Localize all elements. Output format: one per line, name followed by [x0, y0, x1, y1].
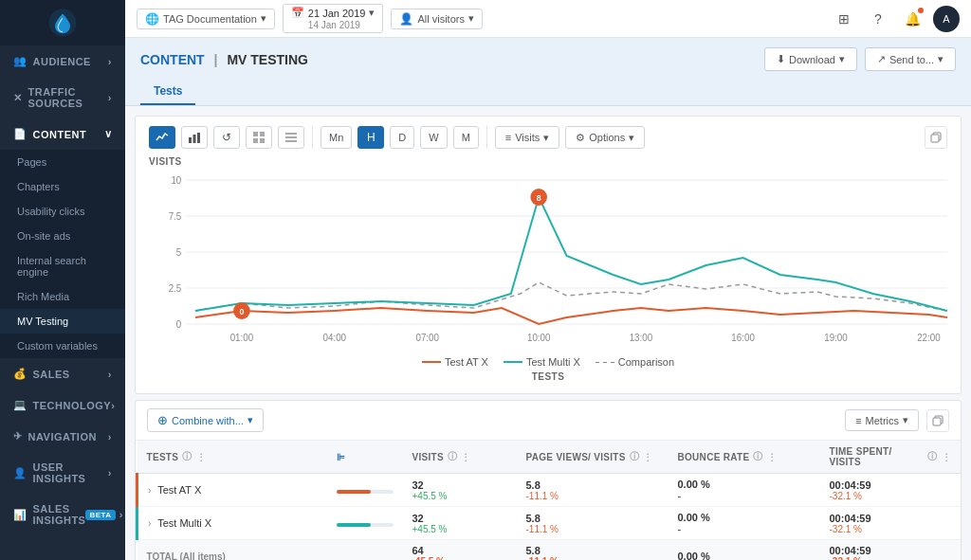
filter-icon[interactable]: ⊫ [337, 452, 345, 462]
sidebar-item-navigation[interactable]: ✈ NAVIGATION › [0, 421, 125, 452]
pageviews-info-icon[interactable]: ⓘ [630, 450, 639, 463]
sidebar-sub-chapters[interactable]: Chapters [0, 174, 125, 199]
svg-text:07:00: 07:00 [415, 333, 439, 343]
svg-rect-3 [197, 133, 200, 143]
combine-label: Combine with... [172, 415, 244, 426]
plus-circle-icon: ⊕ [157, 413, 168, 427]
download-button[interactable]: ⬇ Download ▾ [764, 47, 857, 71]
period-h-btn[interactable]: H [357, 126, 384, 149]
sidebar-item-user-insights[interactable]: 👤 USER INSIGHTS › [0, 452, 125, 494]
sidebar-item-sales-insights[interactable]: 📊 SALES INSIGHTS BETA › [0, 494, 125, 535]
refresh-btn[interactable]: ↺ [213, 126, 240, 149]
bounce-more-icon[interactable]: ⋮ [767, 452, 777, 462]
col-filter[interactable]: ⊫ [327, 441, 403, 474]
pageviews-more-icon[interactable]: ⋮ [643, 452, 652, 462]
options-dropdown[interactable]: ⚙ Options ▾ [565, 126, 645, 149]
total-row: TOTAL (All items) 64 -45.5 % 5.8 -11.1 % [137, 540, 962, 561]
technology-icon: 💻 [13, 399, 27, 411]
download-label: Download [789, 54, 835, 65]
row1-pageviews: 5.8 -11.1 % [517, 474, 669, 507]
segment-filter[interactable]: 👤 All visitors ▾ [391, 9, 483, 29]
metrics-button[interactable]: ≡ Metrics ▾ [845, 409, 919, 431]
svg-rect-2 [193, 135, 196, 143]
segment-chevron-icon: ▾ [468, 12, 474, 25]
period-d-btn[interactable]: D [390, 126, 414, 149]
bounce-info-icon[interactable]: ⓘ [753, 450, 762, 463]
sidebar-sub-richmedia[interactable]: Rich Media [0, 284, 125, 309]
sendto-label: Send to... [889, 54, 934, 65]
svg-text:7.5: 7.5 [169, 211, 182, 222]
user-avatar[interactable]: A [933, 6, 960, 32]
sidebar-sub-onsite[interactable]: On-site ads [0, 224, 125, 248]
legend-line-red [422, 361, 441, 363]
tab-tests[interactable]: Tests [140, 79, 195, 105]
visits-info-icon[interactable]: ⓘ [448, 450, 457, 463]
people-icon: 👤 [399, 12, 413, 26]
sidebar-item-technology[interactable]: 💻 TECHNOLOGY › [0, 389, 125, 421]
period-mn-btn[interactable]: Mn [321, 126, 352, 149]
page-subtitle: MV TESTING [227, 52, 308, 67]
total-time: 00:04:59 -32.1 % [820, 540, 962, 561]
chart-toolbar: ↺ Mn H D W M ≡ Visits ▾ [149, 126, 947, 149]
page-title: CONTENT | MV TESTING [140, 52, 308, 67]
sidebar: 👥 AUDIENCE › ✕ TRAFFIC SOURCES › 📄 CONTE… [0, 0, 125, 560]
col-tests: TESTS ⓘ ⋮ [137, 441, 327, 474]
copy-table-btn[interactable] [926, 409, 949, 432]
row2-bounce: 0.00 % - [669, 507, 820, 540]
sidebar-sub-pages[interactable]: Pages [0, 150, 125, 174]
timespent-more-icon[interactable]: ⋮ [942, 452, 951, 462]
row2-expand[interactable]: › [148, 518, 151, 529]
technology-label: TECHNOLOGY [33, 400, 112, 411]
site-name: TAG Documentation [163, 13, 257, 25]
list-icon: ≡ [505, 132, 511, 143]
combine-button[interactable]: ⊕ Combine with... ▾ [147, 408, 264, 432]
date-filter[interactable]: 📅 21 Jan 2019 ▾ 14 Jan 2019 [283, 4, 384, 33]
svg-text:16:00: 16:00 [731, 333, 755, 343]
options-label: Options [589, 132, 625, 143]
sidebar-sub-customvars[interactable]: Custom variables [0, 334, 125, 358]
chart-container: 10 7.5 5 2.5 0 01:00 04:00 07:00 10:00 1… [149, 171, 947, 351]
row1-expand[interactable]: › [148, 485, 151, 496]
sidebar-item-content[interactable]: 📄 CONTENT ∨ [0, 118, 125, 150]
sidebar-item-traffic[interactable]: ✕ TRAFFIC SOURCES › [0, 77, 125, 118]
header-actions: ⬇ Download ▾ ↗ Send to... ▾ [764, 47, 956, 71]
table1-btn[interactable] [246, 126, 272, 149]
sidebar-sub-mvtesting[interactable]: MV Testing [0, 309, 125, 334]
copy-chart-btn[interactable] [925, 126, 947, 149]
help-icon-btn[interactable]: ? [865, 6, 891, 32]
table2-btn[interactable] [278, 126, 304, 149]
legend-label-testmultix: Test Multi X [526, 356, 580, 368]
sidebar-item-sales[interactable]: 💰 SALES › [0, 358, 125, 389]
logo[interactable] [0, 0, 125, 45]
sidebar-sub-search[interactable]: Internal search engine [0, 248, 125, 284]
info-icon[interactable]: ⓘ [182, 450, 192, 463]
more-icon[interactable]: ⋮ [196, 452, 206, 462]
notification-icon-btn[interactable]: 🔔 [899, 6, 925, 32]
calendar-icon: 📅 [291, 7, 304, 19]
site-filter[interactable]: 🌐 TAG Documentation ▾ [137, 9, 275, 29]
svg-rect-6 [253, 138, 258, 143]
row2-bar [327, 507, 403, 540]
table-section: ⊕ Combine with... ▾ ≡ Metrics ▾ [135, 400, 962, 560]
segment-label: All visitors [417, 13, 465, 25]
svg-rect-36 [933, 418, 941, 425]
row2-pageviews: 5.8 -11.1 % [517, 507, 669, 540]
tabs-row: Tests [140, 79, 956, 105]
main-panel: 🌐 TAG Documentation ▾ 📅 21 Jan 2019 ▾ 14… [125, 0, 971, 560]
sidebar-item-audience[interactable]: 👥 AUDIENCE › [0, 45, 125, 77]
chevron-down-icon: ∨ [104, 128, 113, 140]
visits-dropdown[interactable]: ≡ Visits ▾ [495, 126, 560, 149]
period-m-btn[interactable]: M [453, 126, 479, 149]
visits-more-icon[interactable]: ⋮ [461, 452, 470, 462]
content-icon: 📄 [13, 128, 27, 140]
sendto-button[interactable]: ↗ Send to... ▾ [865, 47, 956, 71]
period-w-btn[interactable]: W [420, 126, 447, 149]
svg-text:10: 10 [171, 175, 181, 186]
bar-chart-btn[interactable] [181, 126, 208, 149]
svg-text:04:00: 04:00 [323, 333, 347, 343]
sidebar-sub-usability[interactable]: Usability clicks [0, 199, 125, 224]
gear-icon: ⚙ [576, 132, 585, 144]
timespent-info-icon[interactable]: ⓘ [927, 450, 937, 463]
line-chart-btn[interactable] [149, 126, 175, 149]
grid-icon-btn[interactable]: ⊞ [831, 6, 857, 32]
